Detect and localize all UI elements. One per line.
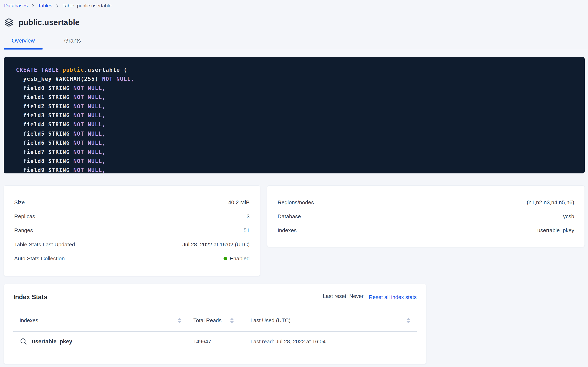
sql-code-line: field5 STRING NOT NULL, <box>16 129 577 138</box>
detail-row: Replicas3 <box>4 209 260 223</box>
sql-code-line: field6 STRING NOT NULL, <box>16 138 577 147</box>
index-stats-table-body: usertable_pkey 149647 Last read: Jul 28,… <box>13 332 417 357</box>
chevron-right-icon <box>32 3 34 8</box>
column-header-total-reads[interactable]: Total Reads <box>187 317 236 324</box>
index-stats-table-row: usertable_pkey 149647 Last read: Jul 28,… <box>13 332 417 357</box>
active-tab-underline <box>4 48 43 50</box>
detail-row: Regions/nodes(n1,n2,n3,n4,n5,n6) <box>267 195 585 209</box>
chevron-right-icon <box>56 3 59 8</box>
index-stats-card: Index Stats Last reset: Never Reset all … <box>4 284 426 364</box>
sql-code-line: field9 STRING NOT NULL, <box>16 166 577 174</box>
sql-code-line: field4 STRING NOT NULL, <box>16 120 577 129</box>
page-title: public.usertable <box>19 18 80 27</box>
column-label-indexes: Indexes <box>19 317 38 324</box>
breadcrumb-link-tables[interactable]: Tables <box>38 2 52 9</box>
detail-label: Auto Stats Collection <box>14 255 65 262</box>
tab-grants[interactable]: Grants <box>53 34 92 49</box>
sql-code-line: CREATE TABLE public.usertable ( <box>16 65 577 74</box>
magnifier-icon <box>20 338 27 345</box>
detail-value: 51 <box>244 227 250 234</box>
tab-overview[interactable]: Overview <box>4 34 43 49</box>
sql-code-line: field3 STRING NOT NULL, <box>16 111 577 120</box>
detail-value: Enabled <box>224 255 250 262</box>
column-header-last-used[interactable]: Last Used (UTC) <box>236 317 417 324</box>
last-reset-label[interactable]: Last reset: Never <box>323 293 364 301</box>
reset-all-index-stats-link[interactable]: Reset all index stats <box>369 294 417 300</box>
detail-value: usertable_pkey <box>537 227 574 234</box>
column-label-last-used: Last Used (UTC) <box>250 317 290 324</box>
index-name-link[interactable]: usertable_pkey <box>20 338 187 345</box>
table-details-card-right: Regions/nodes(n1,n2,n3,n4,n5,n6)Database… <box>267 185 585 247</box>
sort-icon[interactable] <box>177 317 182 324</box>
tab-grants-label: Grants <box>64 38 81 44</box>
sql-code-line: field8 STRING NOT NULL, <box>16 157 577 166</box>
sql-code-line: field1 STRING NOT NULL, <box>16 93 577 102</box>
detail-label: Replicas <box>14 213 35 220</box>
sql-code-line: field0 STRING NOT NULL, <box>16 84 577 93</box>
sql-code-line: field7 STRING NOT NULL, <box>16 148 577 157</box>
table-details-card-left: Size40.2 MiBReplicas3Ranges51Table Stats… <box>4 185 260 276</box>
sql-code-line: field2 STRING NOT NULL, <box>16 102 577 111</box>
detail-row: Auto Stats CollectionEnabled <box>4 252 260 266</box>
detail-row: Indexesusertable_pkey <box>267 224 585 238</box>
index-stats-table: Indexes Total Reads Last Used (UTC) <box>13 314 417 357</box>
breadcrumb: Databases Tables Table: public.usertable <box>0 0 588 9</box>
layers-stack-icon <box>4 18 14 27</box>
detail-value: ycsb <box>563 213 574 220</box>
column-header-indexes[interactable]: Indexes <box>13 317 187 324</box>
detail-value: Jul 28, 2022 at 16:02 (UTC) <box>182 242 250 248</box>
detail-label: Regions/nodes <box>278 199 314 206</box>
breadcrumb-current: Table: public.usertable <box>62 2 112 9</box>
last-used-value: Last read: Jul 28, 2022 at 16:04 <box>236 338 417 345</box>
total-reads-value: 149647 <box>187 338 236 345</box>
sort-icon[interactable] <box>230 317 234 324</box>
detail-row: Databaseycsb <box>267 209 585 223</box>
detail-label: Database <box>278 213 301 220</box>
detail-row: Table Stats Last UpdatedJul 28, 2022 at … <box>4 238 260 251</box>
detail-label: Size <box>14 199 25 206</box>
column-label-total-reads: Total Reads <box>193 317 222 324</box>
detail-label: Indexes <box>278 227 297 234</box>
page-header: public.usertable <box>4 18 588 27</box>
tab-bar: Overview Grants <box>4 34 588 49</box>
detail-row: Size40.2 MiB <box>4 195 260 209</box>
tab-overview-label: Overview <box>12 38 35 44</box>
detail-label: Table Stats Last Updated <box>14 242 75 248</box>
sort-icon[interactable] <box>406 317 411 324</box>
index-stats-title: Index Stats <box>13 293 47 301</box>
detail-value: 40.2 MiB <box>228 199 250 206</box>
detail-value: 3 <box>247 213 250 220</box>
detail-value: (n1,n2,n3,n4,n5,n6) <box>527 199 574 206</box>
sql-code-line: ycsb_key VARCHAR(255) NOT NULL, <box>16 74 577 83</box>
index-name: usertable_pkey <box>32 338 72 345</box>
breadcrumb-link-databases[interactable]: Databases <box>4 2 28 9</box>
detail-label: Ranges <box>14 227 33 234</box>
detail-row: Ranges51 <box>4 224 260 238</box>
details-section: Size40.2 MiBReplicas3Ranges51Table Stats… <box>4 185 585 276</box>
index-stats-table-header: Indexes Total Reads Last Used (UTC) <box>13 314 417 332</box>
create-statement-code-block[interactable]: CREATE TABLE public.usertable ( ycsb_key… <box>4 57 585 174</box>
status-dot-green <box>224 257 227 260</box>
